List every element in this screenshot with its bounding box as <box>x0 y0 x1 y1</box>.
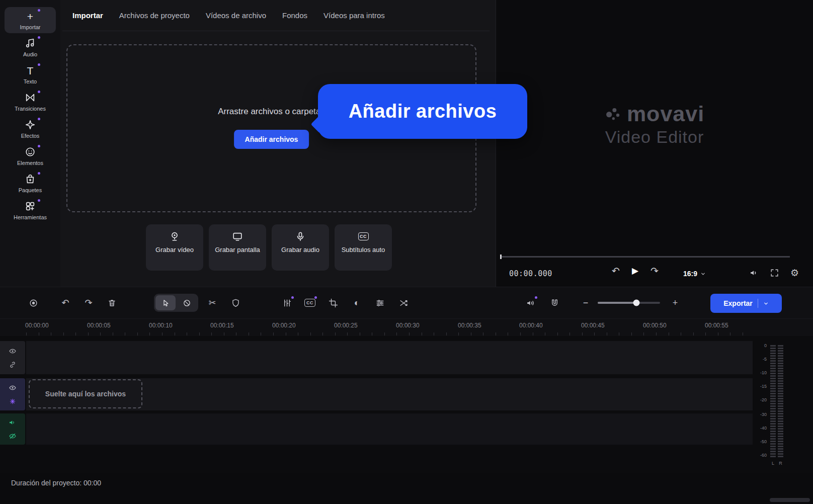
scissors-icon[interactable]: ✂ <box>206 297 218 309</box>
sparkle-icon <box>25 119 36 130</box>
aspect-ratio-dropdown[interactable]: 16:9 <box>683 270 706 278</box>
sidebar-item-efectos[interactable]: Efectos <box>5 116 56 142</box>
auto-subtitles-button[interactable]: CC Subtítulos auto <box>335 224 392 271</box>
tab-importar[interactable]: Importar <box>72 11 103 20</box>
sidebar-item-label: Texto <box>24 78 37 85</box>
edit-tool-switcher <box>154 294 198 312</box>
tools-grid-icon <box>25 201 36 212</box>
record-screen-button[interactable]: Grabar pantalla <box>209 224 266 271</box>
notification-dot <box>38 63 40 66</box>
subtitles-cc-icon[interactable]: CC <box>304 297 316 309</box>
ruler-label: 00:00:30 <box>396 322 420 329</box>
redo-icon[interactable]: ↷ <box>83 297 95 309</box>
tab-archivos-de-proyecto[interactable]: Archivos de proyecto <box>119 11 190 20</box>
link-icon[interactable] <box>9 361 17 369</box>
burst-icon[interactable] <box>9 397 17 405</box>
meter-scale-label: -60 <box>755 453 767 458</box>
tab-videos-para-intros[interactable]: Vídeos para intros <box>323 11 385 20</box>
meter-scale-label: -30 <box>755 412 767 417</box>
meter-channel-right: R <box>778 461 783 466</box>
zoom-out-icon[interactable]: − <box>580 297 592 309</box>
motion-record-icon[interactable] <box>27 297 39 309</box>
sidebar-item-transiciones[interactable]: Transiciones <box>5 89 56 115</box>
ruler-label: 00:00:05 <box>87 322 111 329</box>
export-button[interactable]: Exportar <box>710 294 782 313</box>
eye-icon[interactable] <box>9 384 17 392</box>
ruler-label: 00:00:15 <box>210 322 234 329</box>
tab-fondos[interactable]: Fondos <box>282 11 307 20</box>
timeline-ruler[interactable]: 00:00:00 00:00:05 00:00:10 00:00:15 00:0… <box>0 319 813 336</box>
audio-track <box>0 413 753 445</box>
record-audio-button[interactable]: Grabar audio <box>272 224 329 271</box>
import-plus-icon: + <box>25 11 36 22</box>
play-icon[interactable]: ▶ <box>632 267 638 275</box>
audio-track-lane[interactable] <box>26 413 753 445</box>
eye-off-icon[interactable] <box>9 432 17 440</box>
meter-scale-label: -20 <box>755 397 767 402</box>
playback-controls: ↶ ▶ ↷ <box>612 266 659 276</box>
meter-bar-left <box>770 345 776 458</box>
record-button-label: Grabar vídeo <box>151 245 198 255</box>
clip-dropzone-label: Suelte aquí los archivos <box>45 390 126 398</box>
sidebar-item-audio[interactable]: Audio <box>5 34 56 60</box>
meter-scale-label: -40 <box>755 426 767 431</box>
eye-icon[interactable] <box>9 347 17 355</box>
microphone-icon <box>295 231 306 242</box>
movavi-logo: movavi Video Editor <box>496 102 813 147</box>
pointer-tool-icon[interactable] <box>155 295 176 310</box>
sidebar-item-label: Elementos <box>17 160 43 166</box>
marker-shield-icon[interactable] <box>229 297 241 309</box>
zoom-in-icon[interactable]: + <box>669 297 681 309</box>
video-track-lane[interactable]: Suelte aquí los archivos <box>26 378 753 410</box>
bag-icon <box>25 174 36 185</box>
sidebar-item-paquetes[interactable]: Paquetes <box>5 170 56 196</box>
speaker-icon[interactable] <box>9 418 17 427</box>
audio-levels-icon[interactable] <box>281 297 293 309</box>
fullscreen-icon[interactable] <box>770 268 779 278</box>
notification-dot <box>38 199 40 202</box>
clip-dropzone[interactable]: Suelte aquí los archivos <box>29 379 142 408</box>
volume-icon[interactable] <box>749 268 759 278</box>
sound-mix-icon[interactable] <box>524 297 536 309</box>
record-button-label: Subtítulos auto <box>340 245 386 255</box>
adjustments-icon[interactable] <box>374 297 386 309</box>
sidebar-item-elementos[interactable]: Elementos <box>5 143 56 169</box>
ruler-label: 00:00:50 <box>643 322 667 329</box>
undo-icon[interactable]: ↶ <box>59 297 71 309</box>
timeline-zoom-slider[interactable] <box>598 302 660 304</box>
ruler-label: 00:00:20 <box>272 322 296 329</box>
zoom-slider-thumb[interactable] <box>633 300 639 306</box>
video-track-header <box>0 378 25 410</box>
record-video-button[interactable]: Grabar vídeo <box>146 224 203 271</box>
magnet-snap-icon[interactable] <box>548 297 560 309</box>
movavi-dots-icon <box>605 106 621 122</box>
sidebar-item-label: Importar <box>20 24 41 30</box>
notification-dot <box>38 9 40 12</box>
sidebar-item-importar[interactable]: + Importar <box>5 7 56 33</box>
overlay-track-lane[interactable] <box>26 341 753 374</box>
settings-gear-icon[interactable]: ⚙ <box>790 268 799 278</box>
sidebar-item-herramientas[interactable]: Herramientas <box>5 197 56 223</box>
chevron-down-icon[interactable] <box>763 301 769 306</box>
closed-captions-icon: CC <box>358 231 369 242</box>
tab-videos-de-archivo[interactable]: Vídeos de archivo <box>206 11 266 20</box>
overlay-track-header <box>0 341 25 374</box>
status-bar: Duración del proyecto: 00:00 <box>0 473 813 504</box>
crossfade-icon[interactable] <box>397 297 410 309</box>
monitor-icon <box>232 231 243 242</box>
meter-scale-label: -15 <box>755 384 767 389</box>
horizontal-scrollbar-thumb[interactable] <box>770 498 810 502</box>
contrast-icon[interactable]: ◐ <box>351 297 363 309</box>
disable-tool-icon[interactable] <box>177 295 197 310</box>
trash-icon[interactable] <box>106 297 118 309</box>
crop-icon[interactable] <box>327 297 339 309</box>
jump-forward-icon[interactable]: ↷ <box>651 266 659 276</box>
sidebar: + Importar Audio T Texto Transiciones Ef… <box>0 0 60 287</box>
notification-dot <box>38 172 40 175</box>
add-files-button[interactable]: Añadir archivos <box>234 130 309 149</box>
ruler-label: 00:00:25 <box>334 322 358 329</box>
preview-seek-bar[interactable] <box>500 256 790 258</box>
sidebar-item-texto[interactable]: T Texto <box>5 61 56 88</box>
movavi-video-editor-window: + Importar Audio T Texto Transiciones Ef… <box>0 0 813 504</box>
jump-back-icon[interactable]: ↶ <box>612 266 620 276</box>
